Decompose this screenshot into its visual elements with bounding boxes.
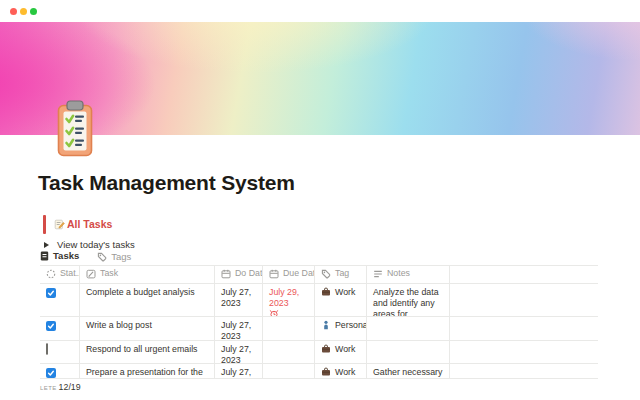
header-tag[interactable]: Tag <box>315 266 367 283</box>
extra-cell[interactable] <box>450 317 598 340</box>
table-header-row: Stat... Task Do Date <box>40 266 598 284</box>
due-date-cell[interactable] <box>263 317 315 340</box>
text-lines-icon <box>373 269 383 279</box>
tasks-table: Stat... Task Do Date <box>40 266 598 392</box>
notes-cell[interactable]: Gather necessary <box>367 364 450 378</box>
notion-window: Task Management System All Tasks View to… <box>0 0 640 400</box>
extra-cell[interactable] <box>450 284 598 316</box>
briefcase-icon <box>321 367 331 377</box>
callout-red-bar <box>43 215 46 234</box>
checkbox-calc[interactable]: LETE12/19 <box>40 382 80 392</box>
task-cell[interactable]: Respond to all urgent emails <box>80 341 215 363</box>
status-icon <box>46 269 56 279</box>
do-date-cell[interactable]: July 27, 2023 <box>215 317 263 340</box>
do-date-cell[interactable]: July 27, 2023 <box>215 284 263 316</box>
toggle-arrow-icon[interactable] <box>44 242 49 248</box>
window-titlebar <box>0 0 640 22</box>
zoom-window-button[interactable] <box>30 8 37 15</box>
checkbox-unchecked[interactable] <box>46 343 48 355</box>
calc-value: 12/19 <box>59 382 81 392</box>
table-row: Complete a budget analysis July 27, 2023… <box>40 284 598 317</box>
minimize-window-button[interactable] <box>20 8 27 15</box>
status-cell[interactable] <box>40 284 80 316</box>
toggle-label: View today's tasks <box>57 239 135 250</box>
all-tasks-callout: All Tasks <box>43 213 112 235</box>
memo-icon <box>54 219 65 230</box>
table-row: Respond to all urgent emails July 27, 20… <box>40 341 598 364</box>
tag-cell[interactable]: Work <box>315 364 367 378</box>
pencil-square-icon <box>86 269 96 279</box>
page-title[interactable]: Task Management System <box>38 171 295 195</box>
checkbox-checked[interactable] <box>46 288 56 298</box>
tag-icon <box>321 269 331 279</box>
tag-cell[interactable]: Work <box>315 341 367 363</box>
tab-tags-label: Tags <box>111 251 131 262</box>
due-date-cell[interactable]: July 29, 2023 <box>263 284 315 316</box>
extra-cell[interactable] <box>450 341 598 363</box>
status-cell[interactable] <box>40 317 80 340</box>
view-tabs: Tasks Tags <box>40 250 133 266</box>
status-cell[interactable] <box>40 341 80 363</box>
alarm-clock-icon <box>269 309 279 316</box>
do-date-cell[interactable]: July 27, 2023 <box>215 364 263 378</box>
checkbox-checked[interactable] <box>46 368 56 378</box>
table-row: Write a blog post July 27, 2023 Personal <box>40 317 598 341</box>
header-notes[interactable]: Notes <box>367 266 450 283</box>
person-icon <box>321 320 331 330</box>
notes-cell[interactable] <box>367 341 450 363</box>
notes-cell[interactable] <box>367 317 450 340</box>
checkbox-checked[interactable] <box>46 321 56 331</box>
header-status[interactable]: Stat... <box>40 266 80 283</box>
briefcase-icon <box>321 344 331 354</box>
page-icon <box>40 251 49 261</box>
tag-cell[interactable]: Work <box>315 284 367 316</box>
table-footer: LETE12/19 <box>40 382 598 392</box>
notes-cell[interactable]: Analyze the data and identify any areas … <box>367 284 450 316</box>
tag-icon <box>97 252 107 262</box>
page-cover-gradient <box>0 22 640 135</box>
calendar-icon <box>221 269 231 279</box>
header-task[interactable]: Task <box>80 266 215 283</box>
close-window-button[interactable] <box>10 8 17 15</box>
task-cell[interactable]: Complete a budget analysis <box>80 284 215 316</box>
header-due-date[interactable]: Due Date <box>263 266 315 283</box>
tab-tasks[interactable]: Tasks <box>40 250 89 266</box>
due-date-cell[interactable] <box>263 341 315 363</box>
calc-label: LETE <box>40 385 57 391</box>
header-extra[interactable] <box>450 266 598 283</box>
due-date-cell[interactable] <box>263 364 315 378</box>
extra-cell[interactable] <box>450 364 598 378</box>
clipboard-tasks-icon[interactable] <box>55 100 95 157</box>
do-date-cell[interactable]: July 27, 2023 <box>215 341 263 363</box>
task-cell[interactable]: Write a blog post <box>80 317 215 340</box>
tab-tags[interactable]: Tags <box>97 251 133 266</box>
status-cell[interactable] <box>40 364 80 378</box>
callout-label: All Tasks <box>67 218 112 230</box>
calendar-icon <box>269 269 279 279</box>
task-cell[interactable]: Prepare a presentation for the meeting <box>80 364 215 378</box>
table-row: Prepare a presentation for the meeting J… <box>40 364 598 379</box>
tab-tasks-label: Tasks <box>53 250 79 261</box>
header-do-date[interactable]: Do Date <box>215 266 263 283</box>
tag-cell[interactable]: Personal <box>315 317 367 340</box>
briefcase-icon <box>321 287 331 297</box>
